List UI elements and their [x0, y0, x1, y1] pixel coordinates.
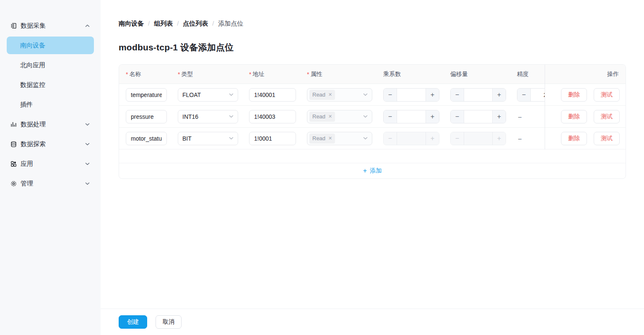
address-input[interactable] — [249, 132, 296, 145]
column-label: 名称 — [129, 71, 141, 78]
column-header-operation: 操作 — [545, 65, 626, 84]
breadcrumb-item[interactable]: 南向设备 — [119, 20, 144, 27]
attribute-select[interactable]: Read✕ — [307, 110, 372, 123]
delete-button[interactable]: 删除 — [561, 132, 587, 145]
stepper-value[interactable] — [397, 110, 426, 123]
address-input[interactable] — [249, 88, 296, 102]
breadcrumb-item[interactable]: 点位列表 — [183, 20, 208, 27]
remove-tag-icon[interactable]: ✕ — [328, 92, 332, 97]
column-label: 乘系数 — [383, 71, 401, 78]
attribute-select[interactable]: Read✕ — [307, 88, 372, 102]
name-input[interactable] — [126, 110, 167, 123]
plus-button[interactable]: + — [426, 89, 439, 101]
create-button[interactable]: 创建 — [119, 315, 147, 329]
number-stepper: −+ — [383, 132, 439, 145]
column-header-address: *地址 — [249, 71, 296, 78]
plus-button[interactable]: + — [492, 110, 506, 123]
chevron-down-icon — [229, 137, 234, 140]
attribute-select[interactable]: Read✕ — [307, 132, 372, 145]
sidebar-item-data-monitoring[interactable]: 数据监控 — [7, 76, 94, 94]
chevron-down-icon — [85, 123, 90, 126]
plus-button: + — [492, 132, 506, 145]
content-area: 南向设备/组列表/点位列表/添加点位 modbus-tcp-1 设备添加点位 *… — [101, 0, 644, 309]
sidebar-item-data-exploration[interactable]: 数据探索 — [7, 135, 94, 153]
remove-tag-icon[interactable]: ✕ — [328, 136, 332, 141]
minus-button[interactable]: − — [451, 89, 464, 101]
test-button[interactable]: 测试 — [594, 132, 620, 145]
fixed-body: 删除测试删除测试删除测试 — [545, 84, 626, 149]
chevron-down-icon — [363, 93, 368, 96]
minus-button[interactable]: − — [517, 89, 531, 101]
sidebar-item-northbound-apps[interactable]: 北向应用 — [7, 56, 94, 74]
sidebar-item-southbound-devices[interactable]: 南向设备 — [7, 37, 94, 54]
stepper-value[interactable] — [464, 110, 492, 123]
plus-button[interactable]: + — [426, 110, 439, 123]
column-label: 类型 — [181, 71, 193, 78]
breadcrumb: 南向设备/组列表/点位列表/添加点位 — [119, 20, 626, 27]
delete-button[interactable]: 删除 — [561, 110, 587, 123]
sidebar-item-data-processing[interactable]: 数据处理 — [7, 115, 94, 133]
minus-button: − — [384, 132, 397, 145]
breadcrumb-separator: / — [212, 20, 214, 27]
stepper-value[interactable] — [397, 89, 426, 101]
chevron-down-icon — [85, 182, 90, 185]
test-button[interactable]: 测试 — [594, 88, 620, 102]
operations-fixed-column: 操作 删除测试删除测试删除测试 — [545, 65, 626, 149]
type-select[interactable]: FLOAT — [178, 88, 238, 102]
sidebar-item-label: 插件 — [20, 101, 33, 109]
column-header-type: *类型 — [178, 71, 238, 78]
attribute-tag-label: Read — [312, 113, 325, 120]
empty-row — [119, 149, 626, 163]
app-window: 数据采集南向设备北向应用数据监控插件数据处理数据探索应用管理 南向设备/组列表/… — [0, 0, 644, 335]
sidebar-nav: 数据采集南向设备北向应用数据监控插件数据处理数据探索应用管理 — [0, 0, 101, 335]
table-row-actions: 删除测试 — [545, 106, 626, 128]
minus-button[interactable]: − — [384, 110, 397, 123]
admin-icon — [10, 180, 17, 187]
column-header-attribute: *属性 — [307, 71, 372, 78]
type-select-value: INT16 — [182, 113, 198, 120]
plus-button: + — [426, 132, 439, 145]
cancel-button[interactable]: 取消 — [156, 315, 182, 329]
column-header-offset: 偏移量 — [450, 71, 506, 78]
process-icon — [10, 121, 17, 128]
address-input[interactable] — [249, 110, 296, 123]
explore-icon — [10, 141, 17, 148]
table-row-actions: 删除测试 — [545, 84, 626, 106]
collect-icon — [10, 22, 17, 29]
number-stepper: −+ — [383, 88, 439, 102]
points-table: *名称*类型*地址*属性乘系数偏移量精度 FLOATRead✕−+−+−2+IN… — [119, 64, 626, 179]
remove-tag-icon[interactable]: ✕ — [328, 114, 332, 119]
sidebar-item-management[interactable]: 管理 — [7, 175, 94, 192]
type-select[interactable]: INT16 — [178, 110, 238, 123]
sidebar-item-label: 管理 — [21, 180, 33, 188]
sidebar-item-label: 北向应用 — [20, 61, 45, 69]
sidebar-item-label: 数据处理 — [21, 120, 46, 128]
breadcrumb-separator: / — [177, 20, 179, 27]
minus-button[interactable]: − — [384, 89, 397, 101]
delete-button[interactable]: 删除 — [561, 88, 587, 102]
column-label: 精度 — [517, 71, 529, 78]
sidebar-item-apps[interactable]: 应用 — [7, 155, 94, 173]
attribute-tag: Read✕ — [309, 112, 335, 122]
minus-button[interactable]: − — [451, 110, 464, 123]
chevron-down-icon — [229, 115, 234, 118]
sidebar-item-data-collect[interactable]: 数据采集 — [7, 17, 94, 34]
plus-button[interactable]: + — [492, 89, 506, 101]
attribute-tag: Read✕ — [309, 90, 335, 100]
chevron-up-icon — [85, 24, 90, 27]
type-select[interactable]: BIT — [178, 132, 238, 145]
stepper-value — [397, 132, 426, 145]
column-label: 地址 — [252, 71, 264, 78]
footer-bar: 创建 取消 — [101, 309, 644, 335]
stepper-value[interactable] — [464, 89, 492, 101]
plus-icon: + — [363, 168, 367, 174]
name-input[interactable] — [126, 132, 167, 145]
type-select-value: FLOAT — [182, 92, 201, 98]
sidebar-item-plugins[interactable]: 插件 — [7, 96, 94, 113]
add-point-button[interactable]: + 添加 — [119, 163, 626, 178]
breadcrumb-item[interactable]: 添加点位 — [218, 20, 244, 27]
breadcrumb-item[interactable]: 组列表 — [154, 20, 173, 27]
test-button[interactable]: 测试 — [594, 110, 620, 123]
chevron-down-icon — [363, 115, 368, 118]
name-input[interactable] — [126, 88, 167, 102]
